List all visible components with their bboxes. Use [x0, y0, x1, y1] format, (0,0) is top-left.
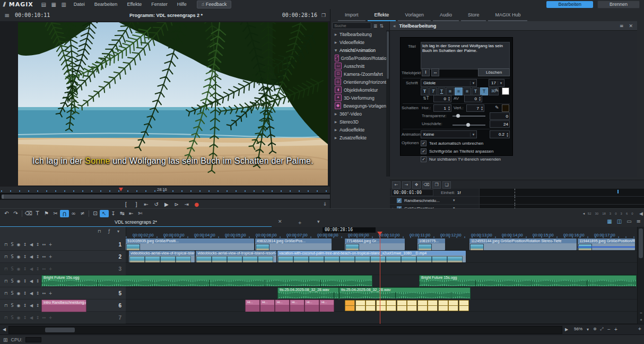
font-size-select[interactable]: 17▾ — [489, 79, 504, 87]
grid-icon[interactable]: ⊞ — [3, 337, 7, 343]
line-spacing-input[interactable]: 0▲▼ — [433, 95, 451, 102]
jump-end-button[interactable]: ⇥ — [182, 201, 190, 208]
param-checkbox[interactable]: ✓ — [396, 198, 402, 204]
shadow-color-picker-icon[interactable]: ✎ — [495, 105, 499, 110]
add-project-icon[interactable]: ＋ — [297, 219, 302, 226]
subtitle-clip[interactable] — [459, 300, 469, 311]
track-curve-button[interactable]: ↕ — [22, 242, 28, 247]
film-clip[interactable]: videoblocks-aerial-view-of-tropical-isla… — [196, 251, 276, 262]
keyframe-marker[interactable] — [617, 190, 619, 193]
transparenz-value[interactable]: 0 — [490, 112, 510, 120]
mark-in-button[interactable]: [ — [122, 201, 130, 208]
track-mute-button[interactable]: ◀ — [28, 315, 34, 320]
image-clip[interactable]: 77146644.jpeg Gr... — [345, 239, 405, 250]
meter-handle-icon[interactable]: ◂ — [583, 211, 585, 216]
panel-back-icon[interactable]: « — [393, 23, 396, 29]
zoom-out-button[interactable]: − — [607, 327, 611, 332]
mouse-mode-trim-button[interactable]: ⇤ — [127, 210, 136, 217]
track-header[interactable]: ⊓S◉↕◀↕↔+3 — [0, 263, 126, 275]
tree-group[interactable]: ▶Audioeffekte — [332, 126, 386, 134]
copy-keyframe-button[interactable]: ❐ — [432, 181, 441, 189]
track-curve-button[interactable]: ↕ — [22, 267, 28, 271]
track-resize-button[interactable]: ↔ — [41, 254, 47, 259]
track-lock-icon[interactable]: ⊓ — [3, 315, 9, 320]
title-clip[interactable]: Intro Randbeschneidung-Aus... — [41, 299, 86, 312]
track-header[interactable]: ⊓S◉↕◀↕↔+7 — [0, 312, 126, 324]
track-mute-button[interactable]: ◀ — [28, 242, 34, 247]
checkbox-checked-icon[interactable]: ✓ — [421, 148, 427, 154]
image-clip[interactable]: 10819775... — [417, 239, 445, 250]
bearbeiten-mode-button[interactable]: Bearbeiten — [546, 1, 593, 8]
track-solo-button[interactable]: S — [9, 279, 15, 284]
track-automation-button[interactable]: ↕ — [34, 242, 41, 247]
track-visibility-button[interactable]: ◉ — [15, 315, 22, 320]
title-small-clip[interactable]: Hi... — [290, 299, 304, 312]
scroll-left-button[interactable]: ◀ — [1, 327, 7, 332]
track-fx-button[interactable]: + — [47, 267, 54, 271]
track-visibility-button[interactable]: ◉ — [15, 279, 22, 284]
ruler-menu-icon[interactable]: ▾ — [117, 229, 119, 234]
checkbox-checked-icon[interactable]: ✓ — [421, 156, 427, 162]
text-cursor-icon[interactable]: I — [422, 68, 430, 76]
effects-search-input[interactable] — [332, 22, 371, 29]
tree-item[interactable]: ⤢Größe/Position/Rotation — [332, 54, 386, 62]
tab-audio[interactable]: Audio — [433, 10, 459, 21]
window-menu-icon[interactable]: ≡ — [637, 218, 641, 224]
subtitle-clip[interactable] — [407, 300, 417, 311]
track-fx-button[interactable]: + — [47, 254, 54, 259]
track-lane[interactable] — [126, 312, 638, 324]
subtitle-clip[interactable] — [448, 300, 458, 311]
transparenz-slider[interactable] — [452, 116, 485, 117]
track-automation-button[interactable]: ↕ — [34, 279, 41, 284]
image-clip[interactable]: 498322814.jpeg Größe/Pos... — [255, 239, 332, 250]
track-curve-button[interactable]: ↕ — [22, 279, 28, 284]
track-header[interactable]: ⊓S◉↕◀↕↔+2 — [0, 251, 126, 263]
snap-button[interactable]: U — [60, 210, 69, 217]
group-button[interactable]: ∞ — [69, 210, 78, 217]
menu-bearbeiten[interactable]: Bearbeiten — [90, 0, 123, 9]
menu-fenster[interactable]: Fenster — [146, 0, 172, 9]
track-lane[interactable]: tts-25-04-2025-08_32_28.wavtts-25-04-202… — [126, 287, 638, 299]
track-header[interactable]: ⊓S◉↕◀↕↔+5 — [0, 287, 126, 299]
preview-menu-icon[interactable]: ≡ — [4, 12, 10, 19]
text-color-swatch[interactable] — [502, 87, 509, 95]
track-mute-button[interactable]: ◀ — [28, 291, 34, 296]
subtitle-clip[interactable] — [438, 300, 448, 311]
audio-clip[interactable]: tts-25-04-2025-08_32_28.wav — [339, 287, 471, 300]
delete-keyframe-button[interactable]: ⌫ — [422, 181, 431, 189]
subtitle-clip[interactable] — [397, 300, 407, 311]
tree-group[interactable]: ▶Stereo3D — [332, 118, 386, 126]
track-solo-button[interactable]: S — [9, 242, 15, 247]
mixer-icon[interactable]: ▦ — [607, 218, 612, 224]
text-width-icon[interactable]: ↔ — [431, 68, 439, 76]
subtitle-clip[interactable] — [365, 300, 376, 311]
track-lock-icon[interactable]: ⊓ — [3, 267, 9, 271]
track-automation-button[interactable]: ↕ — [34, 267, 41, 271]
track-mute-button[interactable]: ◀ — [28, 254, 34, 259]
animation-speed-input[interactable]: 0.2▲▼ — [490, 130, 510, 138]
track-mute-button[interactable]: ◀ — [28, 303, 34, 308]
shadow-hor-input[interactable]: 1▲▼ — [433, 104, 451, 112]
jump-start-button[interactable]: ⇤ — [142, 201, 150, 208]
record-button[interactable]: ● — [193, 201, 201, 208]
underline-button[interactable]: T — [438, 87, 446, 95]
subtitle-clip[interactable] — [386, 300, 396, 311]
subtitle-clip[interactable] — [376, 300, 386, 311]
project-dropdown-icon[interactable]: ▾ — [317, 219, 320, 224]
float-window-icon[interactable]: ❐ — [321, 13, 326, 18]
track-zoom-out-button[interactable]: − — [638, 311, 644, 315]
tab-import[interactable]: Import — [338, 10, 365, 21]
speaker-icon[interactable]: ◀ — [639, 211, 643, 216]
preview-scrollbar-thumb[interactable] — [2, 195, 333, 199]
shadow-color-swatch[interactable] — [502, 104, 509, 112]
title-small-clip[interactable]: Hi... — [275, 299, 290, 312]
tree-item[interactable]: ▭Ausschnitt — [332, 62, 386, 70]
subtitle-clip[interactable] — [428, 300, 438, 311]
timeline-ruler[interactable]: ⊓ƒ▾ 00:00:28:16 00:00:02:0000:00:03:0000… — [0, 227, 644, 239]
add-track-button[interactable]: + — [638, 326, 641, 332]
animation-select[interactable]: Keine▾ — [421, 130, 477, 138]
keyframe-strip[interactable] — [479, 197, 644, 204]
range-select-button[interactable]: ⊡ — [91, 210, 100, 217]
next-keyframe-button[interactable]: → — [402, 181, 411, 189]
panel-close-icon[interactable]: ✕ — [629, 23, 633, 29]
